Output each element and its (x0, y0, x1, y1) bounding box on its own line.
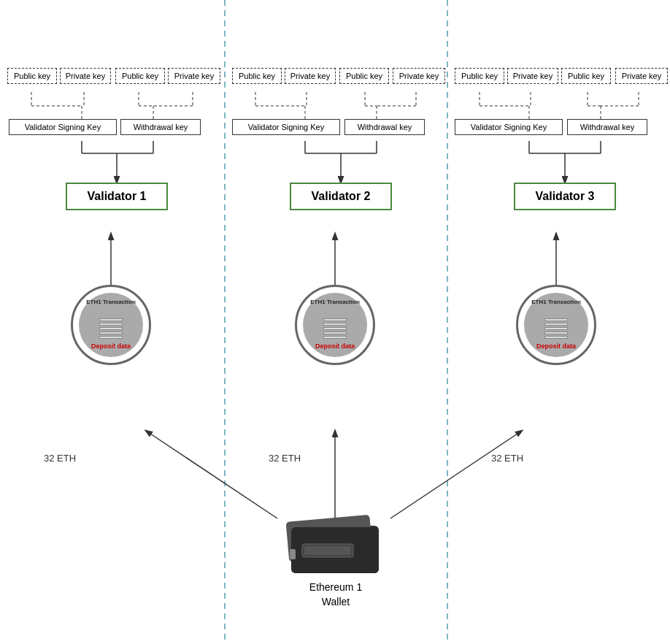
validator3-eth-amount: 32 ETH (491, 453, 523, 464)
validator2-eth-amount: 32 ETH (269, 453, 301, 464)
validator2-eth-circle-inner: ETH1 Transaction Deposit data (303, 293, 367, 357)
validator2-privkey2: Private key (393, 68, 445, 84)
validator2-deposit-label: Deposit data (315, 342, 355, 350)
validator1-signing-key: Validator Signing Key (9, 119, 117, 135)
validator3-box: Validator 3 (514, 183, 616, 210)
validator1-box: Validator 1 (66, 183, 168, 210)
validator1-eth-circle-inner: ETH1 Transaction Deposit data (79, 293, 143, 357)
validator1-eth-circle-outer: ETH1 Transaction Deposit data (71, 285, 151, 365)
validator1-db-icon (99, 318, 123, 340)
validator3-withdrawal-key: Withdrawal key (567, 119, 647, 135)
validator1-privkey1: Private key (60, 68, 111, 84)
wallet-label: Ethereum 1Wallet (277, 580, 394, 609)
validator3-pubkey1: Public key (455, 68, 504, 84)
wallet-icon (284, 511, 386, 577)
validator1-eth1-label: ETH1 Transaction (86, 299, 136, 305)
validator1-withdrawal-key: Withdrawal key (120, 119, 201, 135)
validator2-db-icon (323, 318, 347, 340)
validator2-box: Validator 2 (290, 183, 392, 210)
validator1-eth-amount: 32 ETH (44, 453, 76, 464)
validator3-deposit-label: Deposit data (536, 342, 576, 350)
validator2-withdrawal-key: Withdrawal key (344, 119, 425, 135)
svg-rect-55 (304, 546, 351, 555)
validator3-privkey2: Private key (615, 68, 668, 84)
validator3-eth-circle-outer: ETH1 Transaction Deposit data (516, 285, 596, 365)
validator1-privkey2: Private key (168, 68, 220, 84)
validator3-signing-key: Validator Signing Key (455, 119, 563, 135)
validator2-privkey1: Private key (285, 68, 336, 84)
validator3-privkey1: Private key (507, 68, 558, 84)
validator1-pubkey2: Public key (115, 68, 165, 84)
validator2-pubkey1: Public key (232, 68, 282, 84)
validator2-eth1-label: ETH1 Transaction (310, 299, 360, 305)
svg-rect-56 (290, 549, 296, 559)
validator3-pubkey2: Public key (561, 68, 611, 84)
diagram: Public key Private key Public key Privat… (0, 0, 670, 644)
svg-line-49 (390, 431, 522, 518)
validator3-db-icon (544, 318, 568, 340)
validator3-eth1-label: ETH1 Transaction (531, 299, 581, 305)
svg-line-47 (146, 431, 277, 518)
validator2-eth-circle-outer: ETH1 Transaction Deposit data (295, 285, 375, 365)
validator1-pubkey1: Public key (7, 68, 57, 84)
validator3-eth-circle-inner: ETH1 Transaction Deposit data (524, 293, 588, 357)
validator1-deposit-label: Deposit data (91, 342, 131, 350)
validator2-signing-key: Validator Signing Key (232, 119, 340, 135)
validator2-pubkey2: Public key (339, 68, 389, 84)
